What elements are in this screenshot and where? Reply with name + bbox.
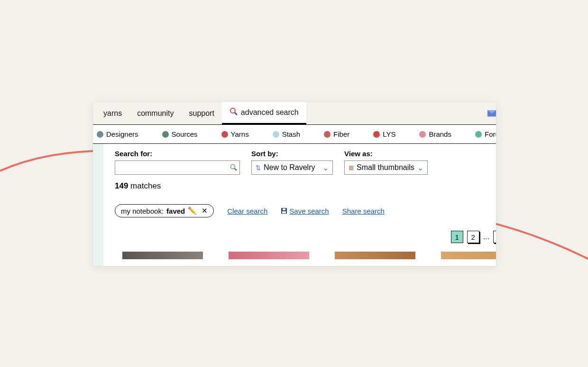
tab-support[interactable]: support [181, 102, 221, 125]
category-navigation: Designers Sources Yarns Stash Fiber LYS … [93, 125, 496, 144]
stash-icon [273, 131, 279, 138]
yarns-icon [221, 131, 228, 138]
result-thumbnail[interactable] [441, 252, 496, 259]
tab-advanced-search-label: advanced search [241, 108, 299, 117]
app-window: yarns community support advanced search … [93, 102, 496, 266]
pencil-icon: ✏️ [188, 207, 197, 215]
tab-advanced-search[interactable]: advanced search [222, 102, 306, 125]
result-thumbnail[interactable] [335, 252, 415, 259]
top-navigation: yarns community support advanced search [93, 102, 496, 125]
subnav-stash[interactable]: Stash [273, 130, 300, 138]
designers-icon [97, 131, 103, 138]
svg-line-3 [235, 169, 237, 170]
svg-rect-6 [283, 208, 285, 210]
save-icon [281, 207, 287, 214]
save-search-link[interactable]: Save search [281, 207, 329, 215]
svg-line-1 [235, 113, 237, 115]
svg-point-0 [230, 108, 235, 113]
results-grid [115, 252, 496, 259]
page-1[interactable]: 1 [451, 231, 463, 243]
chevron-down-icon: ⌄ [322, 163, 329, 172]
chevron-down-icon: ⌄ [417, 163, 423, 172]
search-icon [230, 164, 238, 171]
tab-community[interactable]: community [129, 102, 181, 125]
tab-yarns[interactable]: yarns [96, 102, 129, 125]
svg-rect-5 [282, 211, 286, 213]
view-as-label: View as: [344, 150, 428, 158]
subnav-brands[interactable]: Brands [419, 130, 451, 138]
lys-icon [373, 131, 380, 138]
sort-by-select[interactable]: ⇅ New to Ravelry ⌄ [251, 160, 333, 175]
clear-search-link[interactable]: Clear search [227, 207, 267, 215]
sidebar-strip [93, 144, 103, 266]
result-thumbnail[interactable] [122, 252, 203, 259]
subnav-yarns[interactable]: Yarns [221, 130, 249, 138]
forums-icon [475, 131, 482, 138]
remove-chip-icon[interactable]: ✕ [202, 207, 208, 215]
subnav-designers[interactable]: Designers [97, 130, 138, 138]
mail-icon[interactable] [487, 110, 496, 117]
fiber-icon [324, 131, 331, 138]
subnav-forums[interactable]: Forums [475, 130, 496, 138]
sources-icon [162, 131, 169, 138]
result-thumbnail[interactable] [229, 252, 309, 259]
grid-icon: ▦ [349, 164, 354, 171]
pagination: 1 2 ... 4 ⌄ [115, 231, 496, 243]
brands-icon [419, 131, 426, 138]
results-count: 149 matches [115, 181, 496, 191]
page-4[interactable]: 4 [493, 231, 496, 243]
subnav-fiber[interactable]: Fiber [324, 130, 349, 138]
sort-icon: ⇅ [256, 164, 261, 171]
pagination-ellipsis: ... [483, 233, 489, 241]
subnav-lys[interactable]: LYS [373, 130, 395, 138]
share-search-link[interactable]: Share search [342, 207, 385, 215]
view-as-select[interactable]: ▦ Small thumbnails ⌄ [344, 160, 428, 175]
svg-point-2 [231, 165, 235, 169]
sort-by-label: Sort by: [251, 150, 333, 158]
search-for-label: Search for: [115, 150, 240, 158]
subnav-sources[interactable]: Sources [162, 130, 198, 138]
page-2[interactable]: 2 [467, 231, 479, 243]
search-input[interactable] [115, 160, 240, 175]
filter-chip-notebook[interactable]: my notebook: faved ✏️ ✕ [115, 204, 214, 217]
search-icon [230, 107, 238, 118]
